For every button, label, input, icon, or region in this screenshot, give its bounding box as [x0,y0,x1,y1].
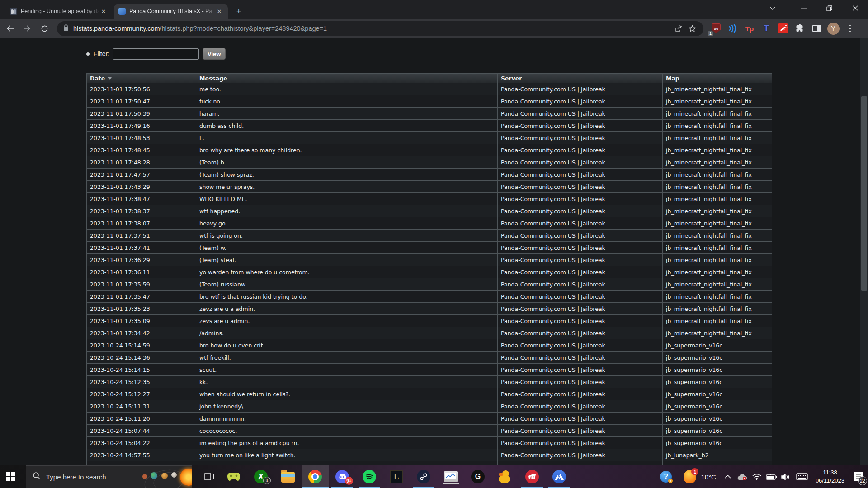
tab-unmute-appeal[interactable]: Pending - Unmute appeal by dat ✕ [5,4,112,19]
lock-icon[interactable] [63,24,69,33]
cell-date: 2023-10-24 15:04:22 [87,437,196,449]
table-row: 2023-10-24 15:12:35 kk. Panda-Community.… [87,376,772,388]
league-of-legends-icon[interactable]: L [383,465,410,488]
notification-center-icon[interactable]: 22 [849,465,868,488]
table-row: 2023-10-24 15:14:36 wtf freekill. Panda-… [87,352,772,364]
clock[interactable]: 11:38 06/11/2023 [816,469,844,484]
controller-icon[interactable] [220,465,247,488]
task-manager-icon[interactable] [437,465,464,488]
cell-date: 2023-11-01 17:37:51 [87,230,196,241]
restore-button[interactable] [816,0,842,16]
video-wand-icon[interactable] [777,22,789,35]
scrollbar-thumb[interactable] [861,96,867,291]
close-window-button[interactable] [842,0,868,16]
onedrive-icon[interactable] [736,469,748,484]
start-button[interactable] [0,465,22,488]
file-explorer-icon[interactable] [274,465,302,488]
bookmark-star-icon[interactable] [685,22,699,35]
tab-hlstatsx[interactable]: Panda Community HLstatsX - Pa ✕ [114,4,228,19]
minimize-button[interactable] [791,0,816,16]
tp-icon[interactable]: Tp [743,22,756,35]
profile-avatar[interactable]: Y [827,22,840,35]
share-icon[interactable] [672,22,685,35]
cell-server: Panda-Community.com US | Jailbreak [498,388,663,400]
cell-server: Panda-Community.com US | Jailbreak [498,364,663,375]
cell-map: jb_minecraft_nightfall_final_fix [663,83,772,95]
temperature[interactable]: 10°C [701,473,716,481]
logitech-g-icon[interactable]: G [464,465,491,488]
tray-chevron-icon[interactable] [722,469,734,484]
cell-map: jb_lunapark_b2 [663,449,772,461]
tab-search-chevron-icon[interactable] [762,0,783,16]
help-icon[interactable]: ? i [658,469,674,484]
duck-game-icon[interactable] [491,465,519,488]
page-scrollbar[interactable] [860,38,868,465]
column-header-message[interactable]: Message [196,74,498,83]
touch-keyboard-icon[interactable] [794,469,810,484]
solar-system-art [140,466,192,488]
new-tab-button[interactable]: + [233,6,244,17]
cell-server: Panda-Community.com US | Jailbreak [498,303,663,314]
menu-kebab-icon[interactable] [844,22,856,35]
spotify-icon[interactable] [356,465,383,488]
column-header-map[interactable]: Map [663,74,772,83]
address-bar[interactable]: hlstats.panda-community.com/hlstats.php?… [57,21,703,36]
cell-server: Panda-Community.com US | Jailbreak [498,181,663,192]
cell-message: im eating the pins of a amd cpu rn. [196,437,498,449]
forward-icon[interactable] [20,21,34,36]
column-header-server[interactable]: Server [498,74,663,83]
cell-message: when should we return in cells?. [196,388,498,400]
cell-server [498,461,663,465]
ublock-icon[interactable]: uo 1 [710,22,722,35]
taskbar-search[interactable]: Type here to search [26,465,192,488]
table-row: 2023-11-01 17:47:57 (Team) show spraz. P… [87,169,772,181]
cell-message: haram. [196,108,498,119]
tab-close-icon[interactable]: ✕ [215,7,223,15]
cell-date: 2023-11-01 17:36:11 [87,266,196,278]
task-view-icon[interactable] [198,465,220,488]
battery-icon[interactable] [765,469,777,484]
t-icon[interactable]: T [760,22,773,35]
cell-map: jb_minecraft_nightfall_final_fix [663,169,772,180]
riot-games-icon[interactable] [519,465,546,488]
column-header-date[interactable]: Date [87,74,196,83]
steam-icon[interactable] [410,465,437,488]
cell-date: 2023-11-01 17:38:37 [87,205,196,217]
back-icon[interactable] [3,21,17,36]
browser-toolbar: hlstats.panda-community.com/hlstats.php?… [0,19,868,38]
table-row: 2023-11-01 17:50:39 haram. Panda-Communi… [87,108,772,120]
bullet-icon [86,52,90,56]
tab-close-icon[interactable]: ✕ [99,7,108,15]
sound-wave-icon[interactable] [726,22,739,35]
cell-map: jb_supermario_v16c [663,339,772,351]
nordvpn-icon[interactable] [546,465,573,488]
chrome-icon[interactable] [302,465,329,488]
search-placeholder: Type here to search [46,473,106,481]
reload-icon[interactable] [37,21,52,36]
side-panel-icon[interactable] [810,22,823,35]
cell-message: wtf freekill. [196,352,498,363]
discord-icon[interactable]: 9+ [329,465,356,488]
wifi-icon[interactable] [751,469,763,484]
view-button[interactable]: View [203,48,226,60]
extensions-puzzle-icon[interactable] [793,22,806,35]
cell-map: jb_minecraft_nightfall_final_fix [663,303,772,314]
cell-message: scuut. [196,364,498,375]
table-row: 2023-11-01 17:48:28 (Team) b. Panda-Comm… [87,156,772,169]
cell-message: heavy go. [196,217,498,229]
browser-titlebar: Pending - Unmute appeal by dat ✕ Panda C… [0,0,868,19]
table-row: 2023-11-01 17:36:11 yo warden from where… [87,266,772,278]
cell-map: jb_supermario_v16c [663,425,772,436]
cell-map: jb_minecraft_nightfall_final_fix [663,315,772,327]
cell-map: jb_minecraft_nightfall_final_fix [663,327,772,339]
filter-input[interactable] [113,48,199,60]
table-row: 2023-11-01 17:37:41 (Team) w. Panda-Comm… [87,242,772,254]
volume-icon[interactable] [780,469,792,484]
cell-date: 2023-10-24 15:12:35 [87,376,196,388]
weather-icon[interactable]: 1 [681,469,698,484]
cell-date: 2023-10-24 15:14:15 [87,364,196,375]
xbox-icon[interactable]: ✗ 1 [247,465,274,488]
taskbar: Type here to search ✗ 1 9+ L [0,465,868,488]
cell-map: jb_supermario_v16c [663,364,772,375]
cell-date: 2023-11-01 17:49:16 [87,120,196,131]
